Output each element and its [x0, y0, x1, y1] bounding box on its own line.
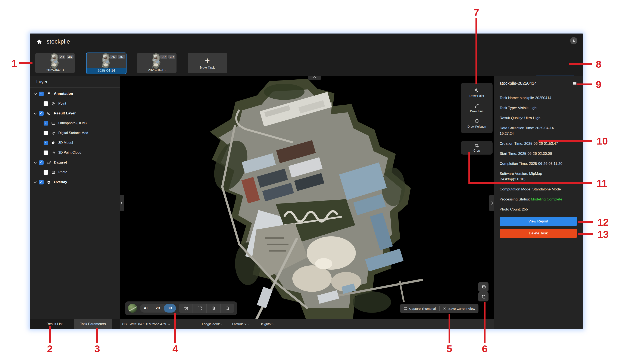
- badge-2d[interactable]: 2D: [110, 55, 117, 59]
- task-card-2025-04-15[interactable]: 2D 3D 2025-04-15: [137, 53, 176, 73]
- chevron-right-icon: [490, 202, 493, 205]
- map-viewport[interactable]: Draw Point Draw Line Draw Polygon: [120, 76, 494, 319]
- draw-tools-panel: Draw Point Draw Line Draw Polygon: [461, 83, 493, 133]
- layer-row-result-layer[interactable]: Result Layer: [30, 109, 120, 118]
- user-avatar[interactable]: [570, 37, 577, 44]
- callout-line-12: [578, 221, 593, 223]
- collapse-right-panel-handle[interactable]: [489, 195, 494, 211]
- crop-button[interactable]: Crop: [461, 141, 493, 155]
- new-task-button[interactable]: + New Task: [188, 53, 227, 73]
- callout-line-11b: [468, 182, 592, 184]
- badge-2d[interactable]: 2D: [160, 55, 167, 59]
- chevron-down-icon[interactable]: [34, 92, 37, 95]
- task-card-2025-04-14-selected[interactable]: 2D 3D 2025-04-14: [86, 52, 126, 74]
- callout-12: 12: [598, 216, 609, 228]
- chevron-down-icon[interactable]: [34, 161, 37, 164]
- callout-line-10: [538, 140, 592, 142]
- checkbox-checked[interactable]: [44, 121, 48, 126]
- draw-point-button[interactable]: Draw Point: [461, 85, 493, 100]
- layer-label: Result Layer: [54, 111, 76, 115]
- badge-2d[interactable]: 2D: [59, 55, 65, 59]
- layer-row-dsm[interactable]: Digital Surface Mod...: [30, 128, 120, 138]
- layer-label: Digital Surface Mod...: [58, 131, 91, 135]
- home-icon[interactable]: [36, 39, 42, 45]
- collapse-left-panel-handle[interactable]: [120, 195, 124, 211]
- checkbox-unchecked[interactable]: [44, 101, 48, 106]
- coordinate-system-select[interactable]: CS: WGS 84 / UTM zone 47N: [122, 322, 170, 326]
- checkbox-unchecked[interactable]: [44, 151, 48, 155]
- view-report-button[interactable]: View Report: [500, 217, 577, 226]
- layer-row-annotation[interactable]: Annotation: [30, 89, 120, 99]
- callout-10: 10: [597, 135, 608, 147]
- folder-icon[interactable]: [572, 81, 577, 86]
- layer-tree: Annotation Point Result Layer: [30, 88, 120, 187]
- layer-row-overlay[interactable]: Overlay: [30, 177, 120, 187]
- mode-2d-button[interactable]: 2D: [152, 304, 164, 313]
- callout-7: 7: [474, 7, 479, 18]
- draw-polygon-hexagon-icon: [474, 118, 479, 124]
- save-current-view-button[interactable]: Save Current View: [443, 307, 475, 310]
- latitude-readout: Latitude/Y: -: [232, 322, 249, 326]
- task-type-row: Task Type: Visible Light: [500, 105, 577, 111]
- badge-3d[interactable]: 3D: [118, 55, 125, 59]
- layer-row-3d-model[interactable]: 3D Model: [30, 138, 120, 148]
- view-cube-buttons: [478, 282, 488, 301]
- longitude-readout: Longitude/X: -: [202, 322, 222, 326]
- tab-result-list[interactable]: Result List: [35, 319, 74, 329]
- callout-line-7: [475, 18, 477, 84]
- callout-3: 3: [94, 343, 100, 355]
- draw-line-button[interactable]: Draw Line: [461, 100, 493, 116]
- ortho-cube-button[interactable]: [478, 292, 488, 301]
- app-window: stockpile 2D 3D 2025-04-13: [30, 33, 583, 329]
- perspective-cube-button[interactable]: [478, 282, 488, 292]
- layer-label: Point: [58, 102, 66, 106]
- orthophoto-3d-view: [120, 76, 494, 319]
- layers-icon: [46, 180, 51, 184]
- callout-1: 1: [12, 57, 17, 69]
- photo-icon: [51, 170, 55, 174]
- height-readout: Height/Z: -: [260, 322, 275, 326]
- checkbox-checked[interactable]: [39, 180, 44, 184]
- checkbox-checked[interactable]: [39, 111, 44, 116]
- plus-icon: +: [205, 57, 210, 64]
- layer-row-point[interactable]: Point: [30, 99, 120, 109]
- task-info-header: stockpile-20250414: [494, 76, 583, 91]
- checkbox-unchecked[interactable]: [44, 170, 48, 175]
- callout-2: 2: [47, 343, 52, 355]
- mode-3d-button[interactable]: 3D: [164, 304, 176, 313]
- checkbox-checked[interactable]: [39, 160, 44, 165]
- collapse-strip-handle[interactable]: [308, 76, 321, 80]
- zoom-out-button[interactable]: [220, 304, 234, 313]
- minimap-thumbnail[interactable]: [128, 304, 137, 313]
- delete-task-button[interactable]: Delete Task: [500, 229, 577, 238]
- crop-icon: [474, 143, 479, 148]
- tab-task-parameters[interactable]: Task Parameters: [74, 319, 112, 329]
- layer-row-3d-point-cloud[interactable]: 3D Point Cloud: [30, 148, 120, 158]
- layer-panel: Layer Annotation Point: [30, 76, 120, 319]
- checkbox-unchecked[interactable]: [44, 131, 48, 135]
- task-card-2025-04-13[interactable]: 2D 3D 2025-04-13: [35, 53, 75, 73]
- badge-3d[interactable]: 3D: [67, 55, 73, 59]
- mode-at-button[interactable]: AT: [140, 304, 152, 313]
- draw-polygon-button[interactable]: Draw Polygon: [461, 116, 493, 131]
- layer-row-orthophoto[interactable]: Orthophoto (DOM): [30, 118, 120, 128]
- divider: [439, 306, 440, 311]
- screenshot-camera-button[interactable]: [179, 304, 192, 313]
- callout-line-3: [96, 328, 98, 343]
- chevron-down-icon: [168, 322, 170, 325]
- badge-3d[interactable]: 3D: [168, 55, 175, 59]
- chevron-up-icon: [313, 76, 316, 79]
- chevron-down-icon[interactable]: [34, 180, 37, 183]
- layer-row-photo[interactable]: Photo: [30, 167, 120, 177]
- callout-line-4: [174, 313, 176, 343]
- callout-9: 9: [596, 79, 601, 90]
- zoom-in-button[interactable]: [207, 304, 220, 313]
- fit-view-button[interactable]: [192, 304, 207, 313]
- chevron-down-icon[interactable]: [34, 112, 37, 115]
- checkbox-checked[interactable]: [39, 92, 44, 96]
- checkbox-checked[interactable]: [44, 141, 48, 145]
- capture-thumbnail-button[interactable]: Capture Thumbnail: [403, 307, 436, 310]
- photo-count-row: Photo Count: 255: [500, 207, 577, 212]
- processing-status-label: Processing Status:: [500, 197, 531, 201]
- layer-row-dataset[interactable]: Dataset: [30, 158, 120, 167]
